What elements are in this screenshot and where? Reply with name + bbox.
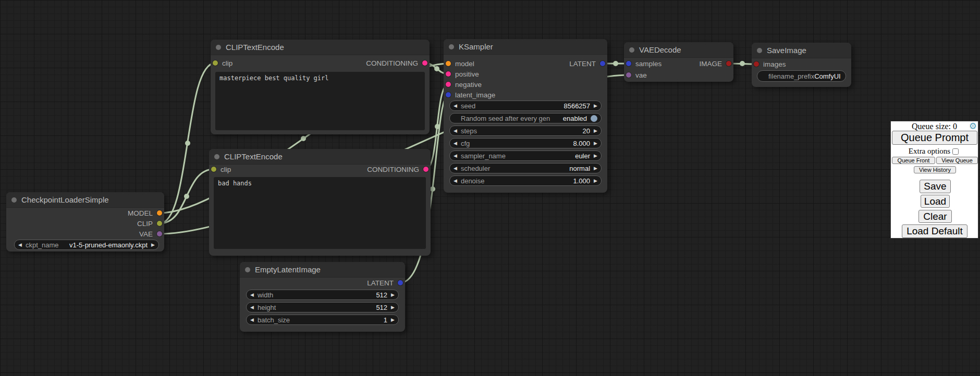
output-label: VAE (139, 230, 153, 238)
latent-output-port[interactable] (398, 280, 403, 285)
increment-arrow-icon[interactable] (151, 243, 155, 247)
collapse-dot-icon[interactable] (449, 44, 454, 49)
increment-arrow-icon[interactable] (391, 305, 395, 310)
seed-widget[interactable]: seed 8566257 (449, 101, 602, 111)
negative-prompt-textarea[interactable]: bad hands (214, 177, 426, 249)
node-title: CheckpointLoaderSimple (21, 195, 109, 204)
gear-icon[interactable] (969, 121, 977, 132)
load-default-button[interactable]: Load Default (902, 224, 967, 238)
increment-arrow-icon[interactable] (594, 179, 597, 183)
batch-size-widget[interactable]: batch_size 1 (246, 315, 399, 325)
widget-value: ComfyUI (814, 72, 841, 80)
node-clip-text-encode-negative[interactable]: CLIPTextEncode clip CONDITIONING bad han… (209, 149, 431, 256)
collapse-dot-icon[interactable] (11, 197, 17, 203)
node-title-bar[interactable]: CLIPTextEncode (211, 40, 430, 55)
comfy-menu-panel: Queue size: 0 Queue Prompt Extra options… (890, 121, 978, 239)
input-slot-negative: negative (446, 81, 482, 88)
decrement-arrow-icon[interactable] (454, 141, 457, 146)
decrement-arrow-icon[interactable] (454, 166, 457, 171)
decrement-arrow-icon[interactable] (454, 104, 457, 108)
decrement-arrow-icon[interactable] (250, 318, 254, 322)
collapse-dot-icon[interactable] (216, 45, 221, 50)
random-seed-toggle-widget[interactable]: Random seed after every gen enabled (449, 113, 602, 123)
decrement-arrow-icon[interactable] (250, 293, 254, 297)
scheduler-widget[interactable]: scheduler normal (449, 163, 602, 173)
denoise-widget[interactable]: denoise 1.000 (449, 176, 602, 186)
latent-output-port[interactable] (600, 61, 605, 66)
decrement-arrow-icon[interactable] (18, 243, 22, 247)
link-clip-negative (160, 169, 214, 223)
node-clip-text-encode-positive[interactable]: CLIPTextEncode clip CONDITIONING masterp… (211, 40, 430, 134)
model-output-port[interactable] (157, 210, 162, 216)
input-slot-model: model (446, 60, 474, 67)
collapse-dot-icon[interactable] (629, 47, 634, 53)
decrement-arrow-icon[interactable] (454, 179, 457, 183)
extra-options-checkbox[interactable] (952, 148, 959, 155)
ckpt-name-widget[interactable]: ckpt_name v1-5-pruned-emaonly.ckpt (14, 240, 159, 250)
node-title: CLIPTextEncode (224, 152, 283, 161)
node-title-bar[interactable]: EmptyLatentImage (240, 262, 405, 278)
vae-input-port[interactable] (626, 72, 631, 78)
conditioning-output-port[interactable] (422, 60, 427, 66)
input-slot-clip: clip (213, 59, 232, 67)
increment-arrow-icon[interactable] (391, 293, 395, 297)
increment-arrow-icon[interactable] (594, 104, 597, 108)
increment-arrow-icon[interactable] (594, 129, 597, 133)
increment-arrow-icon[interactable] (391, 318, 395, 322)
queue-front-button[interactable]: Queue Front (892, 157, 935, 164)
input-label: images (763, 60, 786, 68)
node-checkpoint-loader[interactable]: CheckpointLoaderSimple MODEL CLIP VAE ck… (6, 192, 164, 252)
node-title-bar[interactable]: SaveImage (752, 43, 851, 58)
image-input-port[interactable] (754, 61, 759, 67)
node-title-bar[interactable]: VAEDecode (624, 42, 733, 58)
clear-button[interactable]: Clear (918, 210, 952, 223)
node-vae-decode[interactable]: VAEDecode samples vae IMAGE (624, 42, 733, 82)
save-button[interactable]: Save (920, 180, 951, 193)
clip-input-port[interactable] (213, 60, 218, 66)
increment-arrow-icon[interactable] (594, 141, 597, 146)
increment-arrow-icon[interactable] (594, 166, 597, 171)
output-label: CLIP (137, 220, 153, 228)
collapse-dot-icon[interactable] (245, 267, 250, 272)
toggle-on-icon[interactable] (591, 115, 597, 122)
node-title-bar[interactable]: CheckpointLoaderSimple (6, 192, 164, 208)
decrement-arrow-icon[interactable] (250, 305, 254, 310)
node-ksampler[interactable]: KSampler model positive negative latent_… (444, 39, 607, 193)
increment-arrow-icon[interactable] (594, 154, 597, 158)
clip-input-port[interactable] (211, 167, 216, 172)
model-input-port[interactable] (446, 61, 451, 66)
image-output-port[interactable] (726, 61, 731, 66)
view-history-button[interactable]: View History (914, 166, 956, 173)
latent-input-port[interactable] (446, 92, 451, 97)
collapse-dot-icon[interactable] (214, 154, 219, 159)
graph-canvas[interactable]: { "colors": { "link": "#b6c9ac", "model_… (0, 0, 980, 376)
conditioning-output-port[interactable] (423, 167, 428, 172)
filename-prefix-widget[interactable]: filename_prefix ComfyUI (757, 70, 846, 82)
width-widget[interactable]: width 512 (246, 290, 399, 300)
node-title-bar[interactable]: CLIPTextEncode (209, 149, 431, 165)
node-title-bar[interactable]: KSampler (444, 39, 607, 55)
conditioning-input-port[interactable] (446, 71, 451, 77)
node-title: EmptyLatentImage (255, 265, 321, 274)
height-widget[interactable]: height 512 (246, 302, 399, 312)
conditioning-input-port[interactable] (446, 82, 451, 87)
output-label: IMAGE (699, 60, 722, 68)
clip-output-port[interactable] (157, 221, 162, 226)
node-empty-latent-image[interactable]: EmptyLatentImage LATENT width 512 height… (240, 262, 405, 332)
queue-prompt-button[interactable]: Queue Prompt (892, 131, 977, 145)
decrement-arrow-icon[interactable] (454, 129, 457, 133)
widget-label: batch_size (258, 316, 290, 324)
input-slot-vae: vae (626, 71, 647, 79)
view-queue-button[interactable]: View Queue (936, 157, 978, 164)
node-save-image[interactable]: SaveImage images filename_prefix ComfyUI (752, 43, 851, 87)
sampler-name-widget[interactable]: sampler_name euler (449, 151, 602, 161)
collapse-dot-icon[interactable] (757, 48, 762, 53)
decrement-arrow-icon[interactable] (454, 154, 457, 158)
steps-widget[interactable]: steps 20 (449, 126, 602, 136)
cfg-widget[interactable]: cfg 8.000 (449, 138, 602, 148)
vae-output-port[interactable] (157, 231, 162, 236)
load-button[interactable]: Load (921, 195, 950, 208)
widget-value: enabled (563, 115, 587, 122)
latent-input-port[interactable] (626, 61, 631, 66)
positive-prompt-textarea[interactable]: masterpiece best quality girl (215, 72, 425, 130)
